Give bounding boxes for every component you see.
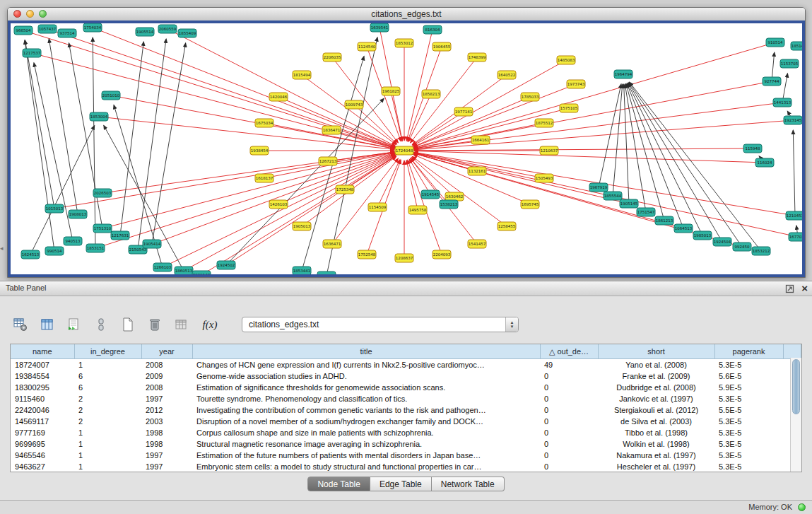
network-node[interactable]: 1914545 bbox=[421, 190, 440, 199]
network-edge[interactable] bbox=[326, 37, 377, 274]
network-node[interactable]: 1217537 bbox=[23, 49, 41, 57]
cell[interactable]: 22420046 bbox=[11, 404, 74, 416]
network-node[interactable]: 1905145 bbox=[620, 199, 638, 208]
network-node[interactable]: 1639541 bbox=[370, 23, 389, 32]
cell[interactable]: Investigating the contribution of common… bbox=[192, 404, 540, 416]
network-node[interactable]: 1785033 bbox=[521, 93, 539, 101]
network-node[interactable]: 1905514 bbox=[136, 28, 154, 36]
table-mode-icon[interactable] bbox=[11, 315, 30, 334]
network-node[interactable]: 1154509 bbox=[368, 203, 387, 211]
network-node[interactable]: 1924504 bbox=[713, 238, 731, 246]
cell[interactable]: de Silva et al. (2003) bbox=[598, 416, 714, 427]
network-node[interactable]: 1858213 bbox=[422, 90, 440, 98]
network-node[interactable]: 1861213 bbox=[655, 216, 673, 225]
network-node[interactable]: 1853151 bbox=[86, 244, 105, 252]
function-builder-icon[interactable]: f(x) bbox=[199, 315, 220, 334]
rows-icon[interactable] bbox=[92, 315, 110, 334]
network-node[interactable]: 115948 bbox=[743, 144, 762, 153]
cell[interactable]: Estimation of the future numbers of pati… bbox=[192, 450, 540, 461]
cell[interactable]: Wolkin et al. (1998) bbox=[598, 438, 714, 450]
network-node[interactable]: 1210637 bbox=[540, 146, 558, 155]
cell[interactable]: 1 bbox=[74, 461, 141, 472]
network-edge[interactable] bbox=[54, 152, 394, 209]
network-node[interactable]: 1640522 bbox=[498, 71, 516, 79]
cell[interactable]: Genome-wide association studies in ADHD. bbox=[192, 370, 540, 382]
cell[interactable]: Hescheler et al. (1997) bbox=[598, 461, 714, 472]
network-node[interactable]: 1938454 bbox=[250, 146, 269, 155]
network-node[interactable]: 1541457 bbox=[468, 240, 486, 248]
new-column-icon[interactable] bbox=[65, 315, 83, 334]
network-node[interactable]: 1426103 bbox=[269, 200, 288, 209]
cell[interactable]: 49 bbox=[540, 359, 598, 371]
cell[interactable]: 2 bbox=[74, 393, 141, 404]
network-node[interactable]: 1441313 bbox=[773, 98, 792, 107]
network-node[interactable]: 1748399 bbox=[468, 53, 486, 62]
network-node[interactable]: 1695745 bbox=[521, 200, 539, 209]
network-node[interactable]: 1752548 bbox=[358, 250, 376, 259]
network-node[interactable]: 1760513 bbox=[317, 271, 336, 274]
network-node[interactable]: 937514 bbox=[58, 29, 76, 37]
table-row[interactable]: 1938455462009Genome-wide association stu… bbox=[11, 370, 801, 382]
cell[interactable]: 2 bbox=[74, 404, 141, 416]
cell[interactable]: Corpus callosum shape and size in male p… bbox=[192, 427, 540, 438]
network-node[interactable]: 1964794 bbox=[614, 70, 632, 78]
network-node[interactable]: 1853004 bbox=[90, 112, 108, 121]
network-node[interactable]: 1855544 bbox=[604, 192, 622, 200]
network-edge[interactable] bbox=[377, 160, 400, 207]
network-node[interactable]: 116024 bbox=[755, 158, 774, 167]
tab-network-table[interactable]: Network Table bbox=[432, 477, 505, 491]
cell[interactable]: 1998 bbox=[141, 427, 192, 438]
cell[interactable]: Tourette syndrome. Phenomenology and cla… bbox=[192, 393, 540, 404]
network-edge[interactable] bbox=[34, 63, 73, 241]
table-row[interactable]: 946554611997Estimation of the future num… bbox=[11, 450, 801, 461]
cell[interactable]: 5.3E-5 bbox=[714, 427, 783, 438]
network-node[interactable]: 2009143 bbox=[192, 271, 211, 274]
cell[interactable]: 0 bbox=[540, 393, 598, 404]
network-node[interactable]: 1636471 bbox=[323, 240, 341, 248]
network-node[interactable]: 1724048 bbox=[395, 146, 413, 155]
cell[interactable]: 5.9E-5 bbox=[714, 382, 783, 393]
cell[interactable]: Embryonic stem cells: a model to study s… bbox=[192, 461, 540, 472]
network-node[interactable]: 1923145 bbox=[784, 116, 802, 124]
network-edge[interactable] bbox=[628, 83, 722, 242]
network-node[interactable]: 1624513 bbox=[21, 250, 40, 259]
network-node[interactable]: 1751547 bbox=[637, 208, 655, 216]
cell[interactable]: Franke et al. (2009) bbox=[598, 370, 714, 382]
cell[interactable]: 0 bbox=[540, 461, 598, 472]
cell[interactable]: 1 bbox=[74, 359, 141, 371]
cell[interactable]: 2008 bbox=[141, 359, 192, 371]
network-node[interactable]: 1217631 bbox=[111, 231, 129, 240]
network-node[interactable]: 2206035 bbox=[323, 53, 341, 62]
cell[interactable]: 5.3E-5 bbox=[714, 416, 783, 427]
network-node[interactable]: 1853012 bbox=[395, 39, 413, 47]
network-node[interactable]: 1153705 bbox=[780, 59, 799, 68]
cell[interactable]: 6 bbox=[74, 382, 141, 393]
network-node[interactable]: 1961825 bbox=[382, 87, 400, 95]
network-edge[interactable] bbox=[30, 126, 95, 255]
network-node[interactable]: 1505493 bbox=[535, 174, 553, 182]
network-node[interactable]: 1725348 bbox=[336, 185, 354, 194]
network-node[interactable]: 1618137 bbox=[255, 174, 273, 182]
network-node[interactable]: 1009743 bbox=[345, 100, 363, 109]
network-node[interactable]: 1853441 bbox=[293, 267, 311, 274]
column-header-in_degree[interactable]: in_degree bbox=[74, 344, 141, 359]
network-node[interactable]: 990514 bbox=[45, 247, 64, 255]
network-edge[interactable] bbox=[411, 57, 477, 143]
cell[interactable]: Changes of HCN gene expression and I(f) … bbox=[192, 359, 540, 371]
network-edge[interactable] bbox=[25, 40, 54, 209]
column-header-year[interactable]: year bbox=[141, 344, 192, 359]
cell[interactable]: 5.3E-5 bbox=[714, 393, 783, 404]
network-node[interactable]: 940513 bbox=[64, 237, 82, 245]
network-node[interactable]: 1675034 bbox=[255, 119, 273, 127]
network-edge[interactable] bbox=[138, 39, 166, 250]
column-header-short[interactable]: short bbox=[598, 344, 714, 359]
tab-node-table[interactable]: Node Table bbox=[307, 477, 370, 491]
network-node[interactable]: 927744 bbox=[763, 77, 781, 86]
network-node[interactable]: 1124540 bbox=[358, 42, 376, 51]
network-node[interactable]: 1064513 bbox=[674, 224, 693, 233]
network-node[interactable]: 1677012 bbox=[789, 233, 802, 241]
cell[interactable]: 5.5E-5 bbox=[714, 404, 783, 416]
network-node[interactable]: 1967919 bbox=[589, 183, 608, 192]
close-panel-icon[interactable]: × bbox=[801, 283, 808, 294]
network-node[interactable]: 1853212 bbox=[752, 247, 770, 255]
